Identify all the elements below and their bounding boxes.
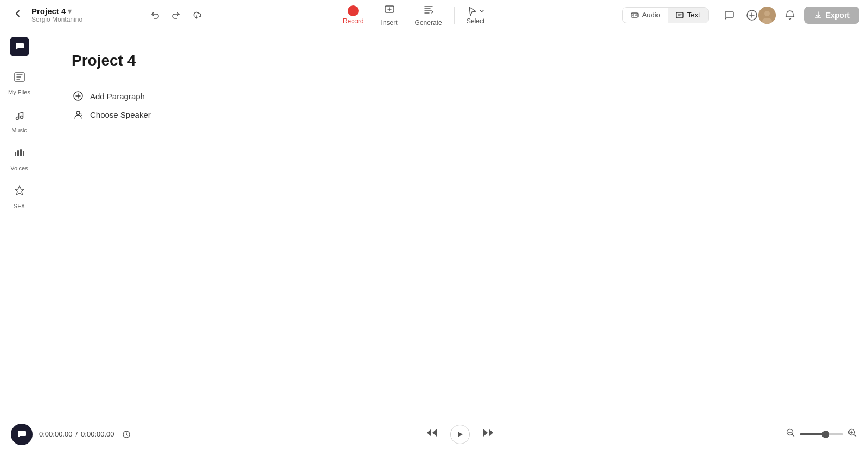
project-title: Project 4 [72, 52, 835, 69]
svg-rect-12 [20, 149, 22, 156]
record-label: Record [343, 17, 364, 25]
audio-toggle-button[interactable]: Audio [623, 8, 668, 23]
generate-button[interactable]: Generate [407, 0, 450, 30]
undo-button[interactable] [146, 7, 164, 23]
time-display: 0:00:00.00 / 0:00:00.00 [39, 427, 135, 442]
sidebar-item-voices[interactable]: Voices [3, 141, 36, 177]
cloud-save-button[interactable] [187, 7, 206, 23]
rewind-button[interactable] [422, 423, 442, 445]
main-area: My Files Music Voices [0, 30, 868, 419]
sfx-icon [13, 184, 26, 201]
notification-bell-button[interactable] [780, 5, 800, 25]
app-logo [10, 37, 29, 56]
sidebar-item-label: My Files [8, 89, 30, 95]
sidebar-item-my-files[interactable]: My Files [3, 65, 36, 101]
svg-point-15 [76, 111, 80, 114]
current-time: 0:00:00.00 [39, 430, 72, 438]
project-name-text: Project 4 [31, 7, 66, 16]
play-button[interactable] [450, 425, 470, 444]
insert-button[interactable]: Insert [374, 0, 405, 30]
chat-circle-button[interactable] [11, 424, 33, 445]
audio-toggle-label: Audio [642, 11, 660, 19]
project-name-btn[interactable]: Project 4 ▾ [31, 7, 82, 16]
music-icon [13, 108, 26, 125]
divider-1 [137, 7, 137, 24]
sidebar-item-label: SFX [14, 203, 25, 209]
top-header: Project 4 ▾ Sergio Montanino [0, 0, 868, 30]
redo-button[interactable] [167, 7, 185, 23]
svg-rect-2 [676, 12, 683, 18]
right-toolbar: Audio Text [622, 7, 709, 23]
center-toolbar: Record Insert Generate [212, 0, 616, 30]
project-info: Project 4 ▾ Sergio Montanino [31, 7, 82, 23]
svg-rect-10 [15, 152, 16, 156]
volume-slider[interactable] [800, 433, 843, 435]
avatar-container [743, 7, 776, 24]
my-files-icon [13, 70, 26, 87]
voices-icon [13, 146, 26, 163]
zoom-in-button[interactable] [847, 428, 857, 440]
select-label: Select [467, 17, 484, 25]
select-button[interactable]: Select [459, 2, 493, 28]
chat-button[interactable] [719, 5, 739, 25]
playback-controls [142, 423, 779, 445]
export-button[interactable]: Export [804, 7, 859, 24]
sidebar-item-label: Music [11, 127, 27, 133]
content-area: Project 4 Add Paragraph Choose Speaker [39, 30, 868, 419]
sidebar-item-music[interactable]: Music [3, 103, 36, 139]
fast-forward-button[interactable] [478, 423, 498, 445]
timer-settings-button[interactable] [118, 427, 135, 442]
sidebar-item-label: Voices [10, 165, 28, 171]
choose-speaker-item[interactable]: Choose Speaker [72, 105, 835, 124]
add-paragraph-item[interactable]: Add Paragraph [72, 87, 835, 105]
add-collaborator-button[interactable] [743, 7, 761, 24]
volume-thumb [822, 431, 829, 438]
insert-label: Insert [381, 19, 398, 27]
export-label: Export [826, 11, 850, 20]
choose-speaker-label: Choose Speaker [90, 110, 151, 119]
avatar[interactable] [758, 7, 776, 24]
record-dot-icon [348, 5, 359, 16]
sidebar-item-sfx[interactable]: SFX [3, 179, 36, 215]
add-paragraph-icon [72, 91, 85, 101]
header-right: Export [719, 5, 859, 25]
generate-label: Generate [415, 19, 442, 27]
record-button[interactable]: Record [335, 2, 372, 28]
choose-speaker-icon [72, 110, 85, 119]
svg-point-5 [764, 11, 770, 16]
text-toggle-button[interactable]: Text [668, 8, 708, 23]
audio-text-toggle: Audio Text [622, 7, 709, 23]
svg-rect-13 [23, 151, 24, 156]
back-button[interactable] [9, 7, 27, 23]
chevron-down-icon: ▾ [68, 7, 72, 15]
insert-icon [384, 3, 395, 18]
generate-icon [423, 3, 435, 18]
add-paragraph-label: Add Paragraph [90, 92, 145, 101]
history-buttons [146, 7, 206, 23]
total-time: 0:00:00.00 [81, 430, 114, 438]
header-left: Project 4 ▾ Sergio Montanino [9, 7, 128, 23]
svg-rect-11 [17, 150, 19, 156]
sidebar: My Files Music Voices [0, 30, 39, 419]
zoom-out-button[interactable] [786, 428, 795, 440]
select-icon [467, 5, 485, 16]
project-owner: Sergio Montanino [31, 16, 82, 23]
text-toggle-label: Text [687, 11, 700, 19]
divider-2 [454, 7, 455, 24]
volume-area [786, 428, 857, 440]
bottom-bar: 0:00:00.00 / 0:00:00.00 [0, 419, 868, 449]
time-separator: / [75, 430, 78, 438]
